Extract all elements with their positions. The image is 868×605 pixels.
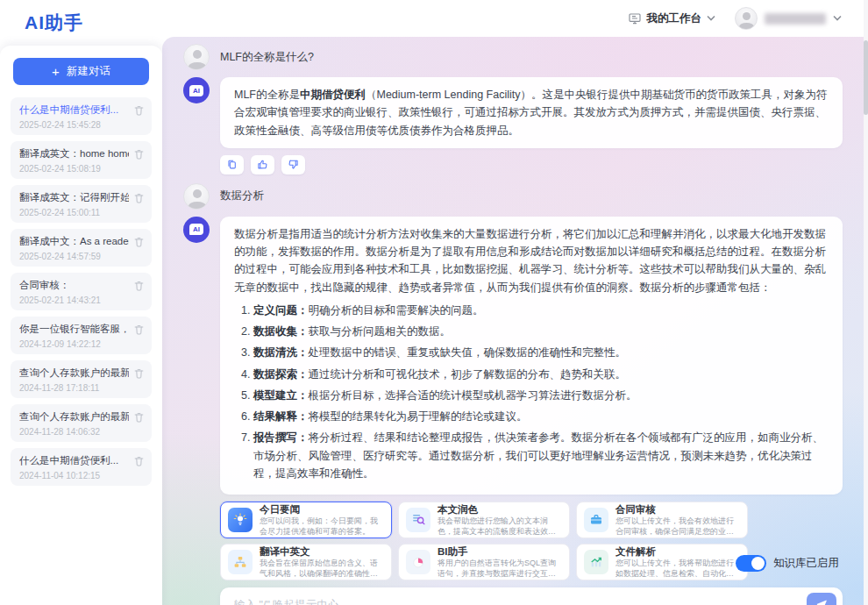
card-title: 翻译中英文 xyxy=(260,545,384,558)
topbar: 我的工作台 xyxy=(162,0,868,37)
step-term: 数据探索： xyxy=(253,368,309,381)
ai-avatar: AI xyxy=(183,77,210,103)
conversation-time: 2025-02-24 14:57:59 xyxy=(19,252,129,261)
polish-doc-magnifier-icon xyxy=(406,508,430,532)
conversation-title: 合同审核： xyxy=(19,279,129,292)
conversation-time: 2024-12-09 14:22:12 xyxy=(19,339,129,349)
conversation-item[interactable]: 翻译成英文：home home 2025-02-24 15:08:19 xyxy=(11,141,152,179)
step-desc: 将分析过程、结果和结论整理成报告，供决策者参考。数据分析在各个领域都有广泛的应用… xyxy=(253,431,823,480)
user-message-row: MLF的全称是什么? xyxy=(183,44,843,70)
message-actions xyxy=(220,155,843,174)
delete-conversation-icon[interactable] xyxy=(133,236,145,248)
conversation-title: 你是一位银行智能客服，... xyxy=(19,323,129,336)
delete-conversation-icon[interactable] xyxy=(133,192,145,204)
card-text-polish[interactable]: 本文润色 我会帮助您进行您输入的文本润色，提高文本的流畅度和表达效果。 xyxy=(398,502,570,538)
list-item: 数据探索：通过统计分析和可视化技术，初步了解数据的分布、趋势和关联。 xyxy=(253,366,829,383)
conversation-item[interactable]: 什么是中期借贷便利... 2024-11-04 10:12:15 xyxy=(11,448,152,486)
thumbs-down-button[interactable] xyxy=(281,155,305,174)
copy-button[interactable] xyxy=(220,155,244,174)
sidebar: AI助手 + 新建对话 什么是中期借贷便利... 2025-02-24 15:4… xyxy=(0,0,162,605)
card-bi-assistant[interactable]: BI助手 将用户的自然语言转化为SQL查询语句，并直接与数据库进行交互，返回智能… xyxy=(398,544,570,580)
card-description: 您可以问我，例如：今日要闻，我会尽力提供准确和可靠的答案。 xyxy=(260,516,384,537)
ai-message-row: AI 数据分析是指用适当的统计分析方法对收集来的大量数据进行分析，将它们加以汇总… xyxy=(183,217,843,495)
conversation-list: 什么是中期借贷便利... 2025-02-24 15:45:28 翻译成英文：h… xyxy=(0,97,162,486)
ai-logo-icon: AI xyxy=(189,224,203,235)
analysis-steps-list: 定义问题：明确分析的目标和需要解决的问题。 数据收集：获取与分析问题相关的数据。… xyxy=(253,302,829,482)
plus-icon: + xyxy=(52,65,60,78)
conversation-item[interactable]: 你是一位银行智能客服，... 2024-12-09 14:22:12 xyxy=(11,317,152,354)
delete-conversation-icon[interactable] xyxy=(133,367,145,380)
conversation-title: 什么是中期借贷便利... xyxy=(19,454,129,467)
card-title: 今日要闻 xyxy=(260,503,384,516)
conversation-item[interactable]: 什么是中期借贷便利... 2025-02-24 15:45:28 xyxy=(11,97,152,135)
conversation-item[interactable]: 翻译成英文：记得刚开始... 2025-02-24 15:00:11 xyxy=(11,185,152,223)
workspace-menu[interactable]: 我的工作台 xyxy=(628,11,716,26)
delete-conversation-icon[interactable] xyxy=(133,148,145,160)
user-name-redacted xyxy=(765,13,826,25)
step-term: 结果解释： xyxy=(253,410,309,423)
conversation-time: 2025-02-21 14:43:21 xyxy=(19,295,129,305)
list-item: 数据收集：获取与分析问题相关的数据。 xyxy=(253,323,829,340)
message-input[interactable] xyxy=(220,587,843,605)
step-term: 数据收集： xyxy=(253,325,309,338)
conversation-time: 2024-11-04 10:12:15 xyxy=(19,471,129,480)
user-menu[interactable] xyxy=(735,7,842,30)
conversation-item[interactable]: 翻译成中文：As a reader... 2025-02-24 14:57:59 xyxy=(11,229,152,267)
sidebar-panel: + 新建对话 什么是中期借贷便利... 2025-02-24 15:45:28 … xyxy=(0,46,162,605)
card-description: 我会旨在保留原始信息的含义、语气和风格，以确保翻译的准确性和自然流畅。 xyxy=(260,559,384,579)
step-desc: 将模型的结果转化为易于理解的结论或建议。 xyxy=(309,410,528,423)
trend-chart-icon xyxy=(584,550,608,574)
delete-conversation-icon[interactable] xyxy=(133,280,145,292)
knowledge-base-toggle[interactable] xyxy=(736,555,766,572)
card-translate[interactable]: 翻译中英文 我会旨在保留原始信息的含义、语气和风格，以确保翻译的准确性和自然流畅… xyxy=(220,544,392,580)
ai-message-bubble: MLF的全称是中期借贷便利（Medium-term Lending Facili… xyxy=(220,77,843,148)
new-chat-button[interactable]: + 新建对话 xyxy=(13,58,149,85)
conversation-title: 翻译成英文：home home xyxy=(19,147,129,160)
page-scrollbar[interactable] xyxy=(864,0,868,605)
new-chat-label: 新建对话 xyxy=(67,64,110,79)
user-avatar xyxy=(183,44,210,70)
delete-conversation-icon[interactable] xyxy=(133,324,145,336)
conversation-time: 2025-02-24 15:00:11 xyxy=(19,208,129,217)
copy-icon xyxy=(226,159,238,170)
card-description: 您可以上传文件，我会有效地进行合同审核，确保合同满足您的业务需求。 xyxy=(615,516,740,537)
card-contract-review[interactable]: 合同审核 您可以上传文件，我会有效地进行合同审核，确保合同满足您的业务需求。 xyxy=(576,502,748,538)
knowledge-base-toggle-group: 知识库已启用 xyxy=(736,555,839,572)
card-today-news[interactable]: 今日要闻 您可以问我，例如：今日要闻，我会尽力提供准确和可靠的答案。 xyxy=(220,502,392,538)
chevron-down-icon xyxy=(833,15,842,22)
ai-logo-icon: AI xyxy=(189,85,203,96)
step-desc: 通过统计分析和可视化技术，初步了解数据的分布、趋势和关联。 xyxy=(309,368,627,381)
list-item: 定义问题：明确分析的目标和需要解决的问题。 xyxy=(253,302,829,319)
conversation-item[interactable]: 合同审核： 2025-02-21 14:43:21 xyxy=(11,273,152,310)
delete-conversation-icon[interactable] xyxy=(133,104,145,117)
send-button[interactable] xyxy=(807,593,836,605)
card-description: 我会帮助您进行您输入的文本润色，提高文本的流畅度和表达效果。 xyxy=(438,516,562,537)
conversation-item[interactable]: 查询个人存款账户的最新... 2024-11-28 14:06:32 xyxy=(11,404,152,442)
conversation-time: 2024-11-28 17:18:11 xyxy=(19,383,129,393)
conversation-time: 2025-02-24 15:45:28 xyxy=(19,120,129,130)
pie-chart-icon xyxy=(406,550,430,574)
step-desc: 处理数据中的错误、重复或缺失值，确保数据的准确性和完整性。 xyxy=(309,346,627,359)
list-item: 模型建立：根据分析目标，选择合适的统计模型或机器学习算法进行数据分析。 xyxy=(253,387,829,404)
conversation-time: 2025-02-24 15:08:19 xyxy=(19,164,129,174)
app-logo: AI助手 xyxy=(0,0,162,35)
ai-message-row: AI MLF的全称是中期借贷便利（Medium-term Lending Fac… xyxy=(183,77,843,148)
delete-conversation-icon[interactable] xyxy=(133,411,145,424)
thumbs-up-icon xyxy=(257,159,268,170)
card-file-parse[interactable]: 文件解析 您可以上传文件，我将帮助您进行如数据处理、信息检索、自动化办公等。 xyxy=(576,544,748,580)
card-description: 将用户的自然语言转化为SQL查询语句，并直接与数据库进行交互，返回智能推荐的图表… xyxy=(438,559,562,579)
conversation-title: 查询个人存款账户的最新... xyxy=(19,367,129,380)
step-term: 报告撰写： xyxy=(253,431,309,444)
thumbs-down-icon xyxy=(288,159,299,170)
thumbs-up-button[interactable] xyxy=(251,155,274,174)
user-message-row: 数据分析 xyxy=(183,183,843,210)
conversation-time: 2024-11-28 14:06:32 xyxy=(19,427,129,437)
step-term: 数据清洗： xyxy=(253,346,309,359)
conversation-item[interactable]: 查询个人存款账户的最新... 2024-11-28 17:18:11 xyxy=(11,360,152,398)
list-item: 数据清洗：处理数据中的错误、重复或缺失值，确保数据的准确性和完整性。 xyxy=(253,344,829,361)
lightbulb-icon xyxy=(228,508,253,532)
scrollbar-thumb[interactable] xyxy=(864,40,868,115)
delete-conversation-icon[interactable] xyxy=(133,455,145,467)
ai-message-bold: 中期借贷便利 xyxy=(300,89,366,101)
user-message-text: MLF的全称是什么? xyxy=(220,50,314,65)
